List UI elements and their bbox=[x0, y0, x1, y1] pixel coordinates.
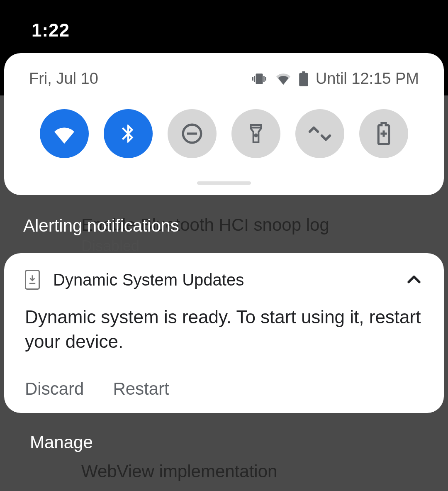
collapse-icon[interactable] bbox=[405, 271, 423, 289]
notification-card[interactable]: Dynamic System Updates Dynamic system is… bbox=[4, 253, 444, 413]
qs-tile-rotate[interactable] bbox=[295, 109, 344, 158]
qs-tile-flashlight[interactable] bbox=[231, 109, 280, 158]
qs-tile-bluetooth[interactable] bbox=[104, 109, 153, 158]
system-update-icon bbox=[25, 270, 40, 290]
section-header-alerting: Alerting notifications bbox=[23, 216, 179, 236]
vibrate-icon bbox=[251, 72, 268, 86]
quick-settings-panel: Fri, Jul 10 Until 12:15 PM bbox=[4, 53, 444, 195]
discard-button[interactable]: Discard bbox=[25, 379, 84, 399]
restart-button[interactable]: Restart bbox=[113, 379, 169, 399]
qs-date: Fri, Jul 10 bbox=[29, 70, 98, 88]
battery-status-icon bbox=[299, 71, 308, 86]
svg-point-3 bbox=[255, 134, 257, 137]
notification-app-name: Dynamic System Updates bbox=[53, 271, 244, 289]
bg-setting-title-2: WebView implementation bbox=[81, 462, 277, 481]
qs-drag-handle[interactable] bbox=[197, 181, 251, 185]
battery-until-text: Until 12:15 PM bbox=[316, 70, 419, 88]
qs-tiles-row bbox=[29, 109, 419, 158]
qs-tile-wifi[interactable] bbox=[40, 109, 89, 158]
wifi-status-icon bbox=[275, 72, 292, 86]
manage-button[interactable]: Manage bbox=[30, 432, 93, 452]
qs-tile-dnd[interactable] bbox=[168, 109, 217, 158]
qs-header: Fri, Jul 10 Until 12:15 PM bbox=[29, 70, 419, 88]
qs-tile-battery-saver[interactable] bbox=[359, 109, 408, 158]
bg-setting-sub: Disabled bbox=[81, 237, 139, 255]
status-bar-time: 1:22 bbox=[32, 20, 70, 41]
notification-body: Dynamic system is ready. To start using … bbox=[25, 305, 423, 354]
